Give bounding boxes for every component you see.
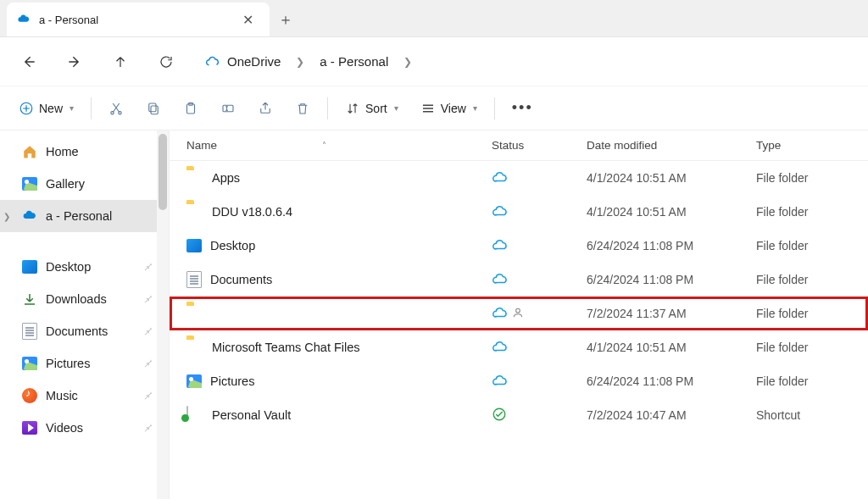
sidebar-item-desktop[interactable]: Desktop [0, 251, 169, 283]
breadcrumb-current[interactable]: a - Personal [313, 51, 395, 72]
tab-title: a - Personal [39, 14, 227, 26]
file-row[interactable]: Apps4/1/2024 10:51 AMFile folder [170, 161, 868, 195]
file-row[interactable]: 7/2/2024 11:37 AMFile folder [170, 297, 868, 330]
file-date: 4/1/2024 10:51 AM [587, 205, 756, 219]
new-button[interactable]: New ▾ [8, 93, 84, 124]
back-button[interactable] [7, 45, 51, 79]
sidebar-item-pictures[interactable]: Pictures [0, 347, 169, 380]
breadcrumb-root[interactable]: OneDrive [198, 51, 287, 73]
chevron-down-icon: ▾ [70, 103, 74, 113]
column-date[interactable]: Date modified [587, 139, 756, 152]
new-label: New [39, 102, 63, 115]
file-date: 4/1/2024 10:51 AM [587, 171, 756, 185]
more-button[interactable]: ••• [502, 93, 543, 124]
forward-button[interactable] [53, 45, 97, 79]
sidebar-item-gallery[interactable]: Gallery [0, 168, 169, 200]
file-row[interactable]: Personal Vault7/2/2024 10:47 AMShortcut [170, 398, 868, 432]
sidebar-item-label: Gallery [46, 177, 85, 191]
file-name: DDU v18.0.6.4 [212, 205, 292, 219]
sidebar-item-downloads[interactable]: Downloads [0, 283, 169, 315]
tab-bar: a - Personal ✕ ＋ [0, 0, 868, 37]
pin-icon [142, 260, 153, 274]
sidebar-item-home[interactable]: Home [0, 136, 169, 168]
chevron-right-icon[interactable]: ❯ [291, 56, 309, 68]
file-name: Personal Vault [212, 408, 291, 422]
scrollbar-thumb[interactable] [159, 134, 167, 210]
file-date: 6/24/2024 11:08 PM [587, 273, 756, 286]
documents-icon [22, 324, 37, 339]
tab-close-button[interactable]: ✕ [236, 8, 259, 31]
sidebar-item-label: Pictures [46, 357, 90, 370]
sidebar-item-label: Home [46, 145, 79, 158]
sidebar-item-music[interactable]: Music [0, 380, 169, 412]
sidebar-scrollbar[interactable] [157, 130, 169, 499]
svg-point-1 [111, 111, 114, 114]
folder-icon [186, 305, 203, 322]
column-headers: Name˄ Status Date modified Type [170, 130, 868, 161]
file-row[interactable]: Microsoft Teams Chat Files4/1/2024 10:51… [170, 330, 868, 364]
up-button[interactable] [98, 45, 142, 79]
file-type: Shortcut [756, 408, 868, 422]
music-icon [22, 388, 37, 403]
cut-button[interactable] [98, 93, 134, 124]
sidebar-item-a---personal[interactable]: ❯a - Personal [0, 200, 169, 232]
sidebar-item-label: Videos [46, 421, 83, 435]
videos-icon [22, 420, 37, 435]
pin-icon [142, 421, 153, 435]
breadcrumb-root-label: OneDrive [227, 54, 281, 69]
sidebar-item-documents[interactable]: Documents [0, 315, 169, 347]
desktop-icon [186, 238, 202, 253]
file-type: File folder [756, 239, 868, 252]
sidebar-item-label: Documents [46, 324, 108, 338]
file-date: 6/24/2024 11:08 PM [587, 374, 756, 388]
sort-button[interactable]: Sort ▾ [335, 93, 409, 124]
file-type: File folder [756, 341, 868, 354]
sidebar-item-label: Music [46, 389, 78, 402]
copy-button[interactable] [136, 93, 171, 124]
sidebar-item-label: a - Personal [46, 209, 112, 223]
file-row[interactable]: Documents6/24/2024 11:08 PMFile folder [170, 263, 868, 297]
onedrive-icon [205, 54, 220, 69]
file-date: 7/2/2024 11:37 AM [587, 307, 756, 320]
paste-button[interactable] [173, 93, 209, 124]
column-type[interactable]: Type [756, 139, 868, 152]
toolbar: New ▾ Sort ▾ View ▾ ••• [0, 86, 868, 130]
file-type: File folder [756, 374, 868, 388]
file-type: File folder [756, 205, 868, 219]
rename-button[interactable] [210, 93, 246, 124]
vault-icon [186, 407, 203, 424]
column-name[interactable]: Name˄ [186, 139, 492, 152]
sort-indicator-icon: ˄ [322, 141, 326, 150]
documents-icon [186, 272, 202, 287]
sort-label: Sort [365, 102, 387, 115]
separator [327, 97, 328, 119]
new-tab-button[interactable]: ＋ [270, 3, 302, 36]
refresh-button[interactable] [144, 45, 188, 79]
file-date: 6/24/2024 11:08 PM [587, 239, 756, 252]
file-row[interactable]: Pictures6/24/2024 11:08 PMFile folder [170, 364, 868, 398]
desktop-icon [22, 259, 37, 274]
svg-rect-4 [149, 103, 156, 112]
cloud-status-icon [492, 239, 509, 253]
view-button[interactable]: View ▾ [410, 93, 487, 124]
pictures-icon [22, 356, 37, 371]
svg-rect-3 [151, 106, 158, 114]
delete-button[interactable] [285, 93, 320, 124]
gallery-icon [22, 176, 37, 191]
column-status[interactable]: Status [492, 139, 587, 152]
cloud-status-icon [492, 171, 509, 186]
synced-status-icon [492, 407, 507, 424]
file-row[interactable]: DDU v18.0.6.44/1/2024 10:51 AMFile folde… [170, 195, 868, 229]
breadcrumb-current-label: a - Personal [320, 54, 388, 69]
breadcrumb: OneDrive ❯ a - Personal ❯ [198, 45, 417, 79]
svg-point-8 [516, 308, 520, 313]
sidebar: HomeGallery❯a - Personal DesktopDownload… [0, 130, 170, 499]
sidebar-item-videos[interactable]: Videos [0, 412, 169, 444]
shared-icon [512, 307, 524, 321]
chevron-right-icon[interactable]: ❯ [398, 56, 417, 68]
chevron-down-icon: ▾ [394, 103, 398, 113]
share-button[interactable] [248, 93, 283, 124]
file-row[interactable]: Desktop6/24/2024 11:08 PMFile folder [170, 229, 868, 263]
tab-active[interactable]: a - Personal ✕ [7, 3, 270, 36]
home-icon [22, 144, 37, 159]
